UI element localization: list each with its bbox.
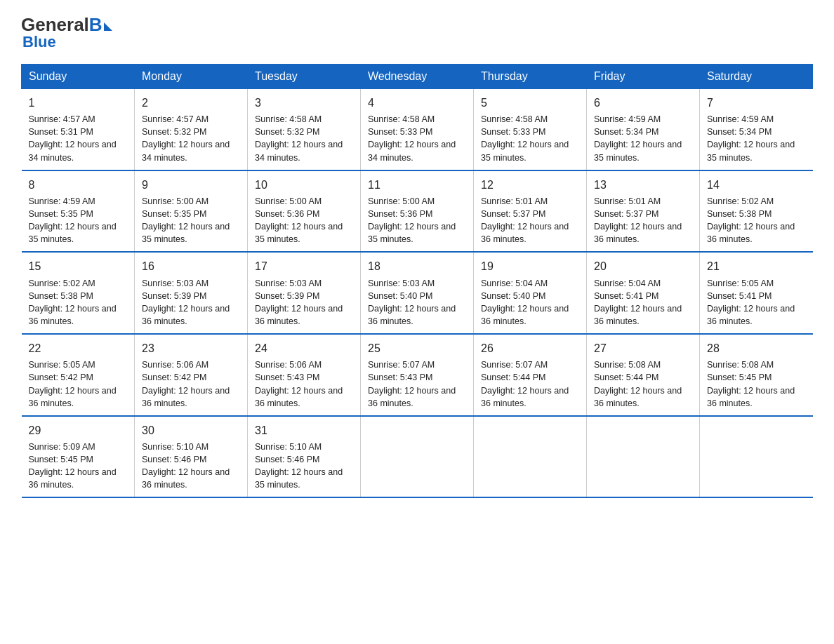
calendar-cell: 21Sunrise: 5:05 AMSunset: 5:41 PMDayligh…	[700, 252, 813, 334]
weekday-header-monday: Monday	[135, 65, 248, 89]
day-number: 1	[29, 95, 128, 111]
day-number: 26	[481, 340, 579, 356]
logo-triangle-icon	[104, 22, 112, 31]
day-number: 12	[481, 177, 579, 193]
calendar-cell: 9Sunrise: 5:00 AMSunset: 5:35 PMDaylight…	[135, 170, 248, 253]
calendar-cell: 16Sunrise: 5:03 AMSunset: 5:39 PMDayligh…	[135, 252, 248, 334]
calendar-cell: 20Sunrise: 5:04 AMSunset: 5:41 PMDayligh…	[587, 252, 700, 334]
day-number: 18	[368, 258, 466, 274]
calendar-cell: 18Sunrise: 5:03 AMSunset: 5:40 PMDayligh…	[361, 252, 474, 334]
day-info: Sunrise: 5:00 AMSunset: 5:35 PMDaylight:…	[142, 195, 240, 246]
day-info: Sunrise: 4:57 AMSunset: 5:31 PMDaylight:…	[29, 113, 128, 164]
day-number: 30	[142, 422, 240, 438]
day-info: Sunrise: 4:58 AMSunset: 5:32 PMDaylight:…	[255, 113, 353, 164]
day-info: Sunrise: 5:05 AMSunset: 5:41 PMDaylight:…	[707, 277, 806, 328]
calendar-cell	[700, 416, 813, 498]
day-info: Sunrise: 5:04 AMSunset: 5:40 PMDaylight:…	[481, 277, 579, 328]
day-info: Sunrise: 5:06 AMSunset: 5:42 PMDaylight:…	[142, 358, 240, 410]
day-number: 9	[142, 177, 240, 193]
day-info: Sunrise: 5:01 AMSunset: 5:37 PMDaylight:…	[594, 195, 692, 246]
day-number: 4	[368, 95, 466, 111]
day-info: Sunrise: 5:10 AMSunset: 5:46 PMDaylight:…	[255, 441, 353, 492]
page-header: GeneralB Blue	[21, 14, 813, 51]
day-number: 10	[255, 177, 353, 193]
day-number: 27	[594, 340, 692, 356]
day-info: Sunrise: 4:58 AMSunset: 5:33 PMDaylight:…	[481, 113, 579, 164]
calendar-cell: 19Sunrise: 5:04 AMSunset: 5:40 PMDayligh…	[474, 252, 587, 334]
day-number: 16	[142, 258, 240, 274]
calendar-cell: 8Sunrise: 4:59 AMSunset: 5:35 PMDaylight…	[22, 170, 135, 253]
calendar-cell: 24Sunrise: 5:06 AMSunset: 5:43 PMDayligh…	[248, 334, 361, 416]
day-number: 14	[707, 177, 806, 193]
calendar-cell: 29Sunrise: 5:09 AMSunset: 5:45 PMDayligh…	[22, 416, 135, 498]
day-number: 2	[142, 95, 240, 111]
calendar-cell: 12Sunrise: 5:01 AMSunset: 5:37 PMDayligh…	[474, 170, 587, 253]
day-info: Sunrise: 5:07 AMSunset: 5:43 PMDaylight:…	[368, 358, 466, 410]
calendar-week-row: 1Sunrise: 4:57 AMSunset: 5:31 PMDaylight…	[22, 89, 813, 170]
day-number: 31	[255, 422, 353, 438]
day-number: 11	[368, 177, 466, 193]
calendar-week-row: 8Sunrise: 4:59 AMSunset: 5:35 PMDaylight…	[22, 170, 813, 253]
calendar-cell: 23Sunrise: 5:06 AMSunset: 5:42 PMDayligh…	[135, 334, 248, 416]
day-number: 24	[255, 340, 353, 356]
day-info: Sunrise: 5:06 AMSunset: 5:43 PMDaylight:…	[255, 358, 353, 410]
calendar-cell	[587, 416, 700, 498]
calendar-cell: 1Sunrise: 4:57 AMSunset: 5:31 PMDaylight…	[22, 89, 135, 170]
day-info: Sunrise: 5:00 AMSunset: 5:36 PMDaylight:…	[255, 195, 353, 246]
calendar-cell: 5Sunrise: 4:58 AMSunset: 5:33 PMDaylight…	[474, 89, 587, 170]
logo: GeneralB Blue	[21, 14, 112, 51]
day-info: Sunrise: 5:07 AMSunset: 5:44 PMDaylight:…	[481, 358, 579, 410]
day-info: Sunrise: 4:59 AMSunset: 5:34 PMDaylight:…	[707, 113, 806, 164]
day-number: 23	[142, 340, 240, 356]
day-info: Sunrise: 5:08 AMSunset: 5:45 PMDaylight:…	[707, 358, 806, 410]
weekday-header-sunday: Sunday	[22, 65, 135, 89]
calendar-cell: 3Sunrise: 4:58 AMSunset: 5:32 PMDaylight…	[248, 89, 361, 170]
day-info: Sunrise: 4:58 AMSunset: 5:33 PMDaylight:…	[368, 113, 466, 164]
day-number: 20	[594, 258, 692, 274]
calendar-cell: 6Sunrise: 4:59 AMSunset: 5:34 PMDaylight…	[587, 89, 700, 170]
weekday-header-row: SundayMondayTuesdayWednesdayThursdayFrid…	[22, 65, 813, 89]
weekday-header-tuesday: Tuesday	[248, 65, 361, 89]
calendar-cell: 7Sunrise: 4:59 AMSunset: 5:34 PMDaylight…	[700, 89, 813, 170]
calendar-week-row: 15Sunrise: 5:02 AMSunset: 5:38 PMDayligh…	[22, 252, 813, 334]
day-number: 3	[255, 95, 353, 111]
day-info: Sunrise: 4:59 AMSunset: 5:35 PMDaylight:…	[29, 195, 128, 246]
day-info: Sunrise: 4:57 AMSunset: 5:32 PMDaylight:…	[142, 113, 240, 164]
day-number: 22	[29, 340, 128, 356]
day-number: 17	[255, 258, 353, 274]
day-info: Sunrise: 5:03 AMSunset: 5:39 PMDaylight:…	[255, 277, 353, 328]
calendar-cell: 28Sunrise: 5:08 AMSunset: 5:45 PMDayligh…	[700, 334, 813, 416]
day-number: 25	[368, 340, 466, 356]
day-number: 21	[707, 258, 806, 274]
weekday-header-wednesday: Wednesday	[361, 65, 474, 89]
day-number: 13	[594, 177, 692, 193]
weekday-header-thursday: Thursday	[474, 65, 587, 89]
calendar-cell: 17Sunrise: 5:03 AMSunset: 5:39 PMDayligh…	[248, 252, 361, 334]
logo-b-letter: B	[89, 14, 102, 36]
calendar-cell: 30Sunrise: 5:10 AMSunset: 5:46 PMDayligh…	[135, 416, 248, 498]
day-info: Sunrise: 5:03 AMSunset: 5:40 PMDaylight:…	[368, 277, 466, 328]
day-info: Sunrise: 5:09 AMSunset: 5:45 PMDaylight:…	[29, 441, 128, 492]
calendar-cell: 2Sunrise: 4:57 AMSunset: 5:32 PMDaylight…	[135, 89, 248, 170]
calendar-cell: 22Sunrise: 5:05 AMSunset: 5:42 PMDayligh…	[22, 334, 135, 416]
day-info: Sunrise: 5:08 AMSunset: 5:44 PMDaylight:…	[594, 358, 692, 410]
day-info: Sunrise: 5:01 AMSunset: 5:37 PMDaylight:…	[481, 195, 579, 246]
day-number: 28	[707, 340, 806, 356]
calendar-cell: 11Sunrise: 5:00 AMSunset: 5:36 PMDayligh…	[361, 170, 474, 253]
calendar-cell	[474, 416, 587, 498]
calendar-cell: 25Sunrise: 5:07 AMSunset: 5:43 PMDayligh…	[361, 334, 474, 416]
day-number: 6	[594, 95, 692, 111]
calendar-cell: 13Sunrise: 5:01 AMSunset: 5:37 PMDayligh…	[587, 170, 700, 253]
logo-blue-subtitle: Blue	[22, 33, 56, 51]
day-number: 5	[481, 95, 579, 111]
calendar-week-row: 29Sunrise: 5:09 AMSunset: 5:45 PMDayligh…	[22, 416, 813, 498]
day-number: 15	[29, 258, 128, 274]
calendar-cell: 26Sunrise: 5:07 AMSunset: 5:44 PMDayligh…	[474, 334, 587, 416]
calendar-cell: 14Sunrise: 5:02 AMSunset: 5:38 PMDayligh…	[700, 170, 813, 253]
calendar-cell: 10Sunrise: 5:00 AMSunset: 5:36 PMDayligh…	[248, 170, 361, 253]
calendar-cell: 15Sunrise: 5:02 AMSunset: 5:38 PMDayligh…	[22, 252, 135, 334]
day-info: Sunrise: 4:59 AMSunset: 5:34 PMDaylight:…	[594, 113, 692, 164]
day-info: Sunrise: 5:05 AMSunset: 5:42 PMDaylight:…	[29, 358, 128, 410]
weekday-header-friday: Friday	[587, 65, 700, 89]
calendar-table: SundayMondayTuesdayWednesdayThursdayFrid…	[21, 64, 813, 498]
